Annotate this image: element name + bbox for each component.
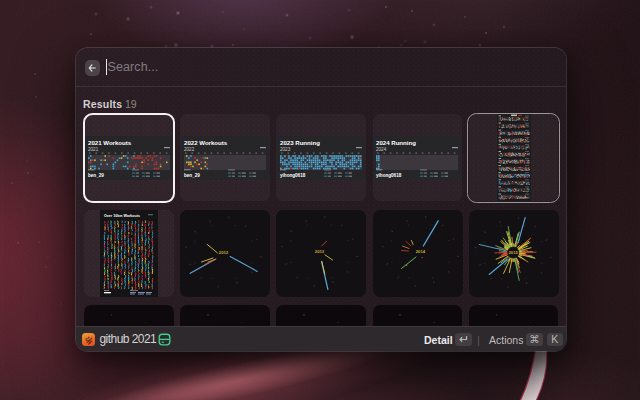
svg-text:2022 Workouts: 2022 Workouts [184,139,228,146]
svg-text:2024 Running: 2024 Running [376,139,416,146]
svg-text:2023: 2023 [280,146,291,151]
svg-text:2013: 2013 [315,249,325,254]
svg-text:ben_29: ben_29 [184,173,200,178]
svg-text:2023 Running: 2023 Running [280,139,320,146]
svg-text:Over 10km Workouts: Over 10km Workouts [104,214,140,218]
svg-text:2012: 2012 [219,249,229,254]
svg-text:2022: 2022 [184,146,195,151]
svg-text:2024: 2024 [376,146,387,151]
svg-text:yihong0618: yihong0618 [376,173,402,178]
svg-text:yihong0618: yihong0618 [280,173,306,178]
svg-text:ben_29: ben_29 [88,173,104,178]
svg-text:2014: 2014 [415,249,425,254]
svg-text:2021 Workouts: 2021 Workouts [88,139,132,146]
svg-text:2015: 2015 [508,250,518,255]
svg-text:2021: 2021 [88,146,99,151]
